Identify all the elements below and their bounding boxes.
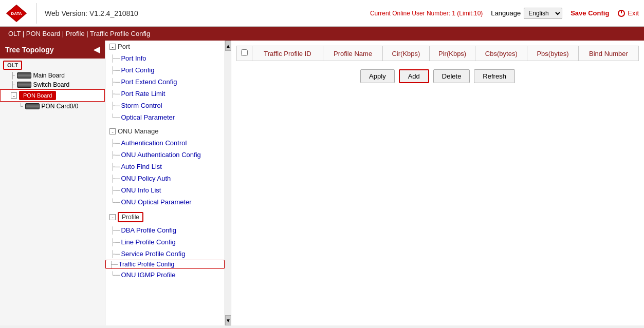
menu-storm-control[interactable]: ├─ Storm Control: [105, 100, 225, 111]
menu-onu-igmp-profile[interactable]: └─ ONU IGMP Profile: [105, 269, 225, 281]
menu-content: - Port ├─ Port Info ├─ Port Config ├─ Po…: [105, 41, 225, 325]
delete-button[interactable]: Delete: [433, 69, 470, 83]
menu-port-config[interactable]: ├─ Port Config: [105, 64, 225, 76]
svg-text:DATA: DATA: [11, 11, 22, 15]
switch-board-icon: [17, 82, 31, 88]
menu-optical-parameter[interactable]: └─ Optical Parameter: [105, 111, 225, 123]
menu-scrollbar[interactable]: ▲ ▼: [225, 41, 231, 325]
pon-card-icon: [25, 103, 40, 109]
save-config-link[interactable]: Save Config: [571, 9, 609, 17]
menu-auto-find-list[interactable]: ├─ Auto Find List: [105, 161, 225, 172]
breadcrumb-profile[interactable]: Profile: [66, 30, 85, 37]
header: DATA Web Version: V1.2.4_210810 Current …: [0, 0, 644, 27]
menu-port-extend-config[interactable]: ├─ Port Extend Config: [105, 76, 225, 88]
refresh-button[interactable]: Refresh: [474, 69, 515, 83]
exit-button[interactable]: Exit: [617, 9, 639, 17]
logo-area: DATA: [5, 3, 36, 24]
main-board-icon: [17, 72, 31, 79]
header-right: Current Online User Number: 1 (Limit:10)…: [370, 8, 639, 19]
language-select[interactable]: English Chinese: [524, 8, 562, 19]
onu-manage-collapse[interactable]: -: [109, 128, 116, 134]
profile-section-box: Profile: [118, 212, 143, 222]
tree-pon-card-item[interactable]: └ PON Card0/0: [0, 102, 105, 111]
tree-switch-board-item[interactable]: ├ Switch Board: [0, 80, 105, 89]
online-users-text: Current Online User Number: 1 (Limit:10): [370, 10, 483, 17]
col-header-cir: Cir(Kbps): [383, 46, 430, 61]
menu-panel: - Port ├─ Port Info ├─ Port Config ├─ Po…: [105, 41, 231, 325]
scroll-down-btn[interactable]: ▼: [225, 315, 231, 325]
breadcrumb-bar: OLT | PON Board | Profile | Traffic Prof…: [0, 27, 644, 41]
sidebar-collapse-arrow[interactable]: ◀: [94, 45, 100, 54]
select-all-checkbox[interactable]: [241, 49, 248, 56]
tree-main-board-item[interactable]: ├ Main Board: [0, 71, 105, 80]
menu-port-info[interactable]: ├─ Port Info: [105, 52, 225, 64]
col-header-pir: Pir(Kbps): [429, 46, 475, 61]
power-icon: [617, 9, 625, 17]
menu-onu-optical-param[interactable]: └─ ONU Optical Parameter: [105, 196, 225, 208]
tree-pon-board-item[interactable]: - PON Board: [0, 89, 105, 102]
web-version-text: Web Version: V1.2.4_210810: [45, 9, 138, 17]
menu-traffic-profile[interactable]: ├─ Traffic Profile Config: [105, 260, 225, 269]
menu-onu-info-list[interactable]: ├─ ONU Info List: [105, 184, 225, 196]
action-bar: Apply Add Delete Refresh: [236, 69, 639, 83]
col-header-profile-name: Profile Name: [323, 46, 382, 61]
menu-auth-control[interactable]: ├─ Authentication Control: [105, 137, 225, 149]
menu-onu-auth-config[interactable]: ├─ ONU Authentication Config: [105, 149, 225, 161]
menu-port-section: - Port: [105, 41, 225, 52]
col-header-traffic-profile-id: Traffic Profile ID: [252, 46, 323, 61]
tree-olt-item[interactable]: OLT: [0, 60, 105, 71]
col-header-checkbox: [237, 46, 252, 61]
breadcrumb-olt[interactable]: OLT: [8, 30, 21, 37]
col-header-bind-number: Bind Number: [578, 46, 638, 61]
menu-line-profile[interactable]: ├─ Line Profile Config: [105, 236, 225, 248]
olt-icon-box: OLT: [3, 61, 22, 70]
menu-port-rate-limit[interactable]: ├─ Port Rate Limit: [105, 88, 225, 100]
traffic-profile-table: Traffic Profile ID Profile Name Cir(Kbps…: [236, 46, 639, 61]
logo-icon: DATA: [5, 2, 28, 25]
breadcrumb-pon-board[interactable]: PON Board: [26, 30, 60, 37]
menu-dba-profile[interactable]: ├─ DBA Profile Config: [105, 224, 225, 236]
col-header-cbs: Cbs(bytes): [475, 46, 527, 61]
language-area: Language English Chinese: [491, 8, 562, 19]
menu-onu-policy-auth[interactable]: ├─ ONU Policy Auth: [105, 172, 225, 184]
pon-board-icon-box: PON Board: [19, 91, 56, 100]
add-button[interactable]: Add: [399, 69, 429, 83]
tree-olt-node: OLT ├ Main Board ├ Switch Board - PON Bo…: [0, 59, 105, 112]
apply-button[interactable]: Apply: [360, 69, 395, 83]
pon-board-collapse[interactable]: -: [11, 92, 17, 99]
col-header-pbs: Pbs(bytes): [527, 46, 579, 61]
menu-profile-section: - Profile: [105, 210, 225, 224]
profile-collapse[interactable]: -: [109, 214, 116, 220]
menu-onu-manage-section: - ONU Manage: [105, 125, 225, 137]
main-layout: Tree Topology ◀ OLT ├ Main Board ├ Switc…: [0, 41, 644, 325]
scroll-track: [225, 51, 231, 315]
scroll-up-btn[interactable]: ▲: [225, 41, 231, 51]
breadcrumb-traffic-profile-config: Traffic Profile Config: [90, 30, 150, 37]
breadcrumb-sep1: |: [23, 30, 26, 37]
menu-service-profile[interactable]: ├─ Service Profile Config: [105, 248, 225, 260]
sidebar-title: Tree Topology ◀: [0, 41, 105, 59]
right-panel: Traffic Profile ID Profile Name Cir(Kbps…: [231, 41, 644, 325]
port-collapse[interactable]: -: [109, 44, 116, 50]
breadcrumb-sep2: |: [62, 30, 66, 37]
sidebar: Tree Topology ◀ OLT ├ Main Board ├ Switc…: [0, 41, 105, 325]
